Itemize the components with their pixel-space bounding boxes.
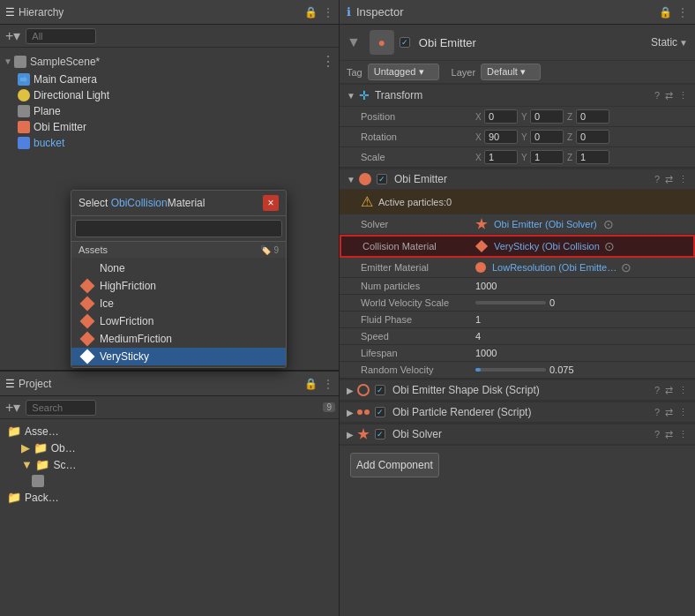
rot-z-label: Z: [567, 132, 574, 142]
help-icon-s[interactable]: ?: [654, 385, 660, 396]
obi-emitter-section-header[interactable]: ▼ ✓ Obi Emitter ? ⇄ ⋮: [340, 169, 695, 190]
popup-item-verysticky[interactable]: VerySticky: [71, 348, 286, 365]
more-icon-sol[interactable]: ⋮: [678, 429, 688, 440]
select-word: Select: [78, 197, 111, 209]
popup-item-highfriction[interactable]: HighFriction: [71, 277, 286, 295]
collision-material-value[interactable]: VerySticky (Obi Collision: [494, 241, 600, 252]
more-icon-e[interactable]: ⋮: [678, 174, 688, 185]
proj-item-pack[interactable]: 📁 Pack…: [4, 489, 335, 506]
popup-item-ice[interactable]: Ice: [71, 295, 286, 312]
tag-label: Tag: [347, 67, 362, 78]
light-label: Directional Light: [34, 89, 109, 101]
world-velocity-slider[interactable]: [475, 301, 546, 304]
help-icon-r[interactable]: ?: [654, 407, 660, 418]
proj-item-sc-sub[interactable]: [4, 473, 335, 489]
hierarchy-header-right: 🔒 ⋮: [304, 6, 333, 19]
solver-enabled-checkbox[interactable]: ✓: [375, 429, 385, 439]
proj-label: Ob…: [51, 442, 76, 454]
project-header-right: 🔒 ⋮: [304, 378, 333, 390]
proj-item-assets[interactable]: 📁 Asse…: [4, 423, 335, 439]
scene-item[interactable]: ▼ SampleScene* ⋮: [0, 51, 339, 71]
world-velocity-value: 0: [549, 297, 555, 308]
popup-close-button[interactable]: ×: [263, 195, 279, 211]
project-add-button[interactable]: +▾: [4, 399, 22, 416]
tree-item-main-camera[interactable]: Main Camera: [0, 71, 339, 87]
more-icon-t[interactable]: ⋮: [678, 90, 688, 101]
folder-icon: ▼ 📁: [21, 458, 49, 471]
collision-material-link-icon[interactable]: ⊙: [604, 239, 615, 253]
shape-enabled-checkbox[interactable]: ✓: [375, 385, 385, 395]
popup-item-lowfriction[interactable]: LowFriction: [71, 312, 286, 330]
popup-item-mediumfriction[interactable]: MediumFriction: [71, 330, 286, 348]
settings-icon-s[interactable]: ⇄: [665, 385, 673, 396]
shape-disk-header[interactable]: ▶ ✓ Obi Emitter Shape Disk (Script) ? ⇄ …: [340, 379, 695, 401]
inspector-scroll[interactable]: ▼ ● ✓ Obi Emitter Static ▼ Tag Untagged …: [340, 25, 695, 616]
tree-item-bucket[interactable]: bucket: [0, 135, 339, 151]
particle-renderer-header[interactable]: ▶ ✓ Obi Particle Renderer (Script) ? ⇄ ⋮: [340, 402, 695, 423]
emitter-enabled-checkbox[interactable]: ✓: [377, 174, 387, 184]
random-velocity-slider[interactable]: [475, 368, 546, 372]
scale-z-input[interactable]: [576, 150, 609, 164]
rotation-z-input[interactable]: [576, 130, 609, 144]
random-velocity-row: Random Velocity 0.075: [340, 362, 695, 379]
hamburger-icon: ☰: [5, 6, 15, 19]
plane-icon: [18, 105, 30, 117]
object-enabled-checkbox[interactable]: ✓: [400, 37, 410, 48]
layer-dropdown[interactable]: Default ▾: [481, 64, 541, 80]
static-dropdown-arrow[interactable]: ▼: [679, 38, 688, 48]
popup-section-header: Assets 🏷️ 9: [71, 242, 286, 258]
emitter-material-value[interactable]: LowResolution (Obi Emitte…: [492, 262, 617, 273]
popup-search-input[interactable]: [75, 220, 282, 237]
emitter-material-icon: [475, 262, 486, 273]
tree-item-plane[interactable]: Plane: [0, 103, 339, 119]
settings-icon[interactable]: ⇄: [665, 90, 673, 101]
help-icon-e[interactable]: ?: [654, 174, 660, 185]
proj-item-sc[interactable]: ▼ 📁 Sc…: [4, 456, 335, 473]
settings-icon-r[interactable]: ⇄: [665, 407, 673, 418]
position-y-input[interactable]: [530, 109, 564, 124]
add-component-button[interactable]: Add Component: [350, 453, 439, 477]
world-velocity-slider-group: 0: [475, 297, 555, 308]
scale-z-field: Z: [567, 150, 609, 164]
more-icon-inspector: ⋮: [677, 6, 688, 19]
emitter-material-link-icon[interactable]: ⊙: [621, 260, 631, 274]
scale-y-input[interactable]: [530, 150, 564, 164]
project-panel: ☰ Project 🔒 ⋮ +▾ 9 📁 Asse… ▶ 📁 Ob… ▼ �: [0, 371, 339, 616]
project-toolbar: +▾ 9: [0, 396, 339, 419]
position-x-input[interactable]: [484, 109, 518, 124]
position-z-input[interactable]: [576, 109, 609, 124]
solver-value[interactable]: Obi Emitter (Obi Solver): [494, 219, 597, 229]
speed-value: 4: [475, 331, 688, 342]
rotation-x-input[interactable]: [484, 130, 518, 144]
position-x-field: X: [475, 109, 518, 124]
hierarchy-add-button[interactable]: +▾: [4, 27, 22, 44]
more-icon-r[interactable]: ⋮: [678, 407, 688, 418]
help-icon-sol[interactable]: ?: [654, 429, 660, 440]
help-icon[interactable]: ?: [654, 90, 660, 101]
solver-actions: ? ⇄ ⋮: [654, 429, 688, 440]
scene-options-icon[interactable]: ⋮: [321, 53, 335, 70]
bucket-label: bucket: [34, 137, 64, 149]
more-icon-s[interactable]: ⋮: [678, 385, 688, 396]
solver-label: Solver: [361, 219, 475, 229]
emitter-label: Obi Emitter: [34, 121, 86, 133]
scale-x-input[interactable]: [484, 150, 518, 164]
tag-dropdown[interactable]: Untagged ▾: [368, 64, 439, 80]
rotation-y-input[interactable]: [530, 130, 564, 144]
settings-icon-sol[interactable]: ⇄: [665, 429, 673, 440]
popup-item-label: None: [100, 262, 125, 274]
solver-link-icon[interactable]: ⊙: [603, 217, 614, 231]
hierarchy-search-input[interactable]: [26, 28, 96, 44]
proj-item-ob[interactable]: ▶ 📁 Ob…: [4, 439, 335, 456]
popup-item-none[interactable]: None: [71, 259, 286, 277]
light-icon: [18, 89, 30, 101]
particle-renderer-title: Obi Particle Renderer (Script): [392, 406, 531, 418]
world-velocity-label: World Velocity Scale: [361, 297, 475, 308]
tree-item-obi-emitter[interactable]: Obi Emitter: [0, 119, 339, 135]
renderer-enabled-checkbox[interactable]: ✓: [375, 407, 385, 417]
transform-section-header[interactable]: ▼ ✛ Transform ? ⇄ ⋮: [340, 84, 695, 107]
settings-icon-e[interactable]: ⇄: [665, 174, 673, 185]
project-search-input[interactable]: [26, 400, 96, 416]
tree-item-directional-light[interactable]: Directional Light: [0, 87, 339, 103]
obi-solver-header[interactable]: ▶ ✓ Obi Solver ? ⇄ ⋮: [340, 424, 695, 445]
